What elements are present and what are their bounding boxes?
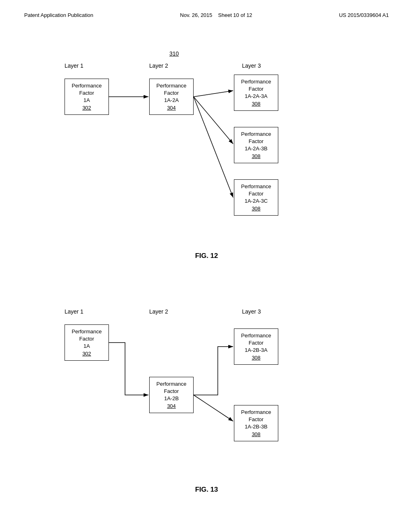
svg-line-2 [194,91,233,97]
box-304-fig13-text: PerformanceFactor1A-2B304 [156,381,186,409]
box-308a-fig13-text: PerformanceFactor1A-2B-3A308 [241,332,271,361]
header-center: Nov. 26, 2015 Sheet 10 of 12 [180,12,252,18]
fig13-layer1-label: Layer 1 [65,308,83,315]
box-308a-fig13: PerformanceFactor1A-2B-3A308 [234,328,278,365]
fig13-diagram: Layer 1 Layer 2 Layer 3 PerformanceFacto… [24,284,389,478]
fig12-layer2-label: Layer 2 [149,62,168,69]
svg-line-4 [194,97,233,197]
page-header: Patent Application Publication Nov. 26, … [24,12,389,18]
box-308b-fig12-ref: 308 [252,153,261,159]
fig12-section: Layer 1 310 Layer 2 Layer 3 PerformanceF… [24,34,389,260]
svg-line-6 [194,395,233,421]
box-302-fig12: PerformanceFactor1A302 [65,79,109,115]
box-304-fig12-ref: 304 [167,105,176,111]
box-308a-fig13-ref: 308 [252,355,261,361]
box-308a-fig12-text: PerformanceFactor1A-2A-3A308 [241,79,271,107]
box-308b-fig13-ref: 308 [252,431,261,437]
box-308c-fig12-ref: 308 [252,206,261,212]
box-302-fig13: PerformanceFactor1A302 [65,324,109,361]
header-left: Patent Application Publication [24,12,93,18]
header-right: US 2015/0339604 A1 [339,12,389,18]
box-302-fig13-ref: 302 [82,351,91,357]
box-308b-fig12: PerformanceFactor1A-2A-3B308 [234,127,278,163]
sheet-info: Sheet 10 of 12 [218,12,252,18]
publication-label: Patent Application Publication [24,12,93,18]
box-308a-fig12: PerformanceFactor1A-2A-3A308 [234,75,278,111]
box-308c-fig12: PerformanceFactor1A-2A-3C308 [234,179,278,216]
fig12-diagram: Layer 1 310 Layer 2 Layer 3 PerformanceF… [24,34,389,244]
fig12-layer2-ref: 310 [169,50,179,57]
box-302-fig12-ref: 302 [82,105,91,111]
page: Patent Application Publication Nov. 26, … [0,0,413,532]
fig13-layer3-label: Layer 3 [242,308,261,315]
box-308c-fig12-text: PerformanceFactor1A-2A-3C308 [241,183,271,212]
fig12-layer3-label: Layer 3 [242,62,261,69]
box-304-fig12-text: PerformanceFactor1A-2A304 [156,83,186,111]
patent-number: US 2015/0339604 A1 [339,12,389,18]
box-304-fig13-ref: 304 [167,403,176,409]
box-304-fig13: PerformanceFactor1A-2B304 [149,377,194,413]
svg-line-3 [194,97,233,144]
box-308b-fig13: PerformanceFactor1A-2B-3B308 [234,405,278,441]
fig13-title: FIG. 13 [24,486,389,494]
box-304-fig12: PerformanceFactor1A-2A304 [149,79,194,115]
fig13-layer2-label: Layer 2 [149,308,168,315]
fig12-title: FIG. 12 [24,252,389,260]
box-308a-fig12-ref: 308 [252,101,261,107]
fig12-layer1-label: Layer 1 [65,62,83,69]
pub-date: Nov. 26, 2015 [180,12,212,18]
box-308b-fig13-text: PerformanceFactor1A-2B-3B308 [241,409,271,437]
box-302-fig13-text: PerformanceFactor1A302 [72,328,102,357]
fig13-section: Layer 1 Layer 2 Layer 3 PerformanceFacto… [24,284,389,494]
box-302-fig12-text: PerformanceFactor1A302 [72,83,102,111]
box-308b-fig12-text: PerformanceFactor1A-2A-3B308 [241,131,271,159]
